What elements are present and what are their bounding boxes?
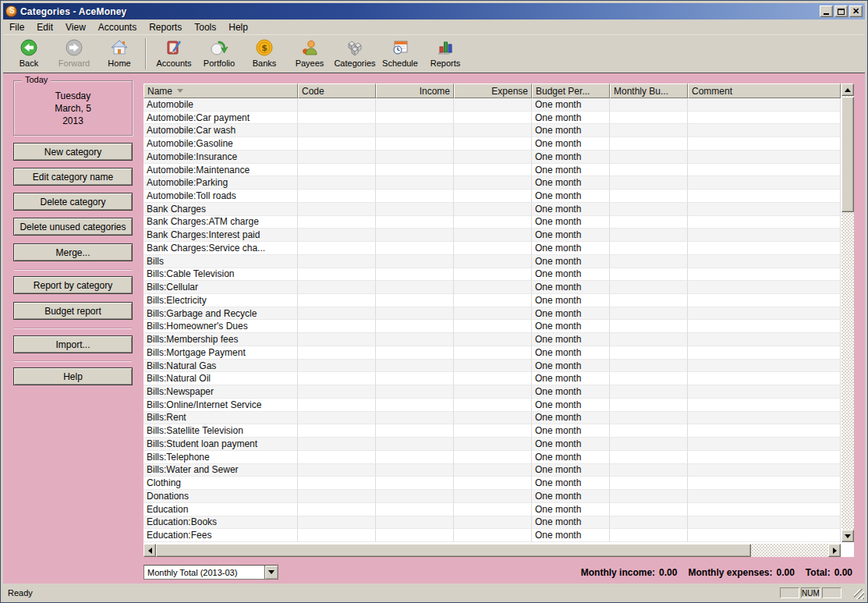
vertical-scroll-thumb[interactable]: [841, 97, 854, 212]
period-selector-dropdown-button[interactable]: [264, 566, 278, 579]
menu-file[interactable]: File: [3, 20, 30, 34]
scroll-right-button[interactable]: [828, 544, 841, 557]
table-row[interactable]: EducationOne month: [143, 503, 841, 516]
table-row[interactable]: Bills:Membership feesOne month: [143, 333, 841, 346]
cell-expense: [454, 268, 532, 282]
table-row[interactable]: Bank Charges:ATM chargeOne month: [143, 216, 841, 229]
column-header-comment[interactable]: Comment: [688, 83, 841, 98]
maximize-button[interactable]: [834, 5, 848, 17]
monthly-income-label: Monthly income:: [581, 567, 655, 578]
close-button[interactable]: ✕: [849, 5, 863, 17]
scroll-left-button[interactable]: [143, 544, 156, 557]
table-row[interactable]: Bills:NewspaperOne month: [143, 385, 841, 399]
column-header-expense[interactable]: Expense: [454, 83, 532, 98]
status-message: Ready: [3, 588, 780, 598]
portfolio-button[interactable]: Portfolio: [197, 36, 242, 72]
schedule-button[interactable]: Schedule: [377, 36, 423, 72]
column-header-monthly-budget[interactable]: Monthly Bu...: [610, 83, 688, 98]
menu-tools[interactable]: Tools: [188, 20, 222, 34]
table-row[interactable]: Bills:TelephoneOne month: [143, 451, 841, 464]
new-category-button[interactable]: New category: [13, 143, 133, 161]
banks-button[interactable]: $ Banks: [242, 36, 287, 72]
table-row[interactable]: Education:FeesOne month: [143, 529, 841, 542]
table-row[interactable]: Bank ChargesOne month: [143, 203, 841, 216]
edit-category-name-button[interactable]: Edit category name: [13, 168, 133, 186]
import-button[interactable]: Import...: [13, 335, 133, 353]
menu-edit[interactable]: Edit: [30, 20, 59, 34]
table-row[interactable]: Automobile:GasolineOne month: [143, 137, 841, 151]
cell-name: Automobile:Car payment: [143, 112, 298, 125]
horizontal-scrollbar[interactable]: [143, 544, 841, 557]
table-row[interactable]: ClothingOne month: [143, 477, 841, 490]
vertical-scrollbar[interactable]: [841, 83, 854, 542]
table-row[interactable]: Automobile:MaintenanceOne month: [143, 164, 841, 177]
resize-grip-icon[interactable]: [854, 589, 864, 599]
forward-button[interactable]: Forward: [51, 36, 97, 72]
delete-category-button[interactable]: Delete category: [13, 193, 133, 211]
reports-button[interactable]: Reports: [423, 36, 468, 72]
menu-reports[interactable]: Reports: [143, 20, 188, 34]
column-header-income[interactable]: Income: [376, 83, 454, 98]
table-row[interactable]: DonationsOne month: [143, 490, 841, 503]
cell-comment: [688, 190, 841, 203]
table-row[interactable]: Bills:ElectricityOne month: [143, 294, 841, 307]
table-row[interactable]: Bills:Satellite TelevisionOne month: [143, 424, 841, 438]
horizontal-scroll-thumb[interactable]: [156, 544, 751, 557]
cell-code: [298, 268, 376, 282]
cell-code: [298, 516, 376, 530]
table-row[interactable]: Bills:RentOne month: [143, 412, 841, 425]
table-row[interactable]: Automobile:Car paymentOne month: [143, 112, 841, 125]
minimize-button[interactable]: [820, 5, 833, 17]
table-row[interactable]: AutomobileOne month: [143, 98, 841, 112]
merge-button[interactable]: Merge...: [13, 243, 133, 261]
table-row[interactable]: Automobile:ParkingOne month: [143, 176, 841, 190]
table-row[interactable]: Automobile:Car washOne month: [143, 124, 841, 137]
app-icon: [5, 5, 17, 17]
scroll-down-button[interactable]: [841, 530, 854, 542]
menu-accounts[interactable]: Accounts: [92, 20, 143, 34]
cell-income: [376, 255, 454, 268]
period-selector[interactable]: Monthly Total (2013-03): [143, 565, 278, 580]
close-icon: ✕: [852, 7, 859, 16]
table-row[interactable]: Bills:Cable TelevisionOne month: [143, 268, 841, 282]
cell-comment: [688, 412, 841, 425]
categories-table: Name Code Income Expense Budget Per... M…: [143, 83, 854, 557]
table-row[interactable]: BillsOne month: [143, 255, 841, 268]
scroll-up-button[interactable]: [841, 83, 854, 96]
table-row[interactable]: Bills:Natural OilOne month: [143, 372, 841, 385]
budget-report-button[interactable]: Budget report: [13, 302, 133, 320]
column-header-budget-period[interactable]: Budget Per...: [532, 83, 610, 98]
table-row[interactable]: Bank Charges:Interest paidOne month: [143, 229, 841, 242]
table-row[interactable]: Education:BooksOne month: [143, 516, 841, 530]
menu-view[interactable]: View: [59, 20, 92, 34]
cell-monthly-budget: [610, 137, 688, 151]
back-button[interactable]: Back: [6, 36, 51, 72]
cell-name: Automobile: [143, 98, 298, 112]
table-row[interactable]: Bills:Online/Internet ServiceOne month: [143, 399, 841, 412]
categories-button[interactable]: Categories: [332, 36, 377, 72]
table-row[interactable]: Automobile:InsuranceOne month: [143, 151, 841, 164]
table-row[interactable]: Bills:Student loan paymentOne month: [143, 438, 841, 451]
accounts-button[interactable]: Accounts: [151, 36, 197, 72]
payees-button[interactable]: Payees: [287, 36, 332, 72]
table-row[interactable]: Bills:Water and SewerOne month: [143, 464, 841, 477]
home-button[interactable]: Home: [97, 36, 142, 72]
cell-code: [298, 412, 376, 425]
column-header-name[interactable]: Name: [143, 83, 298, 98]
cell-income: [376, 151, 454, 164]
delete-unused-categories-button[interactable]: Delete unused categories: [13, 218, 133, 236]
help-button[interactable]: Help: [13, 367, 133, 385]
cell-name: Automobile:Gasoline: [143, 137, 298, 151]
column-header-code[interactable]: Code: [298, 83, 376, 98]
table-row[interactable]: Bills:Garbage and RecycleOne month: [143, 307, 841, 321]
cell-name: Bills:Membership fees: [143, 333, 298, 346]
table-row[interactable]: Bills:CellularOne month: [143, 281, 841, 294]
table-row[interactable]: Bank Charges:Service cha...One month: [143, 242, 841, 255]
table-row[interactable]: Bills:Homeowner's DuesOne month: [143, 320, 841, 333]
report-by-category-button[interactable]: Report by category: [13, 276, 133, 294]
table-row[interactable]: Bills:Natural GasOne month: [143, 360, 841, 373]
menu-help[interactable]: Help: [222, 20, 254, 34]
table-row[interactable]: Automobile:Toll roadsOne month: [143, 190, 841, 203]
table-row[interactable]: Bills:Mortgage PaymentOne month: [143, 346, 841, 360]
period-selector-value: Monthly Total (2013-03): [144, 568, 264, 577]
